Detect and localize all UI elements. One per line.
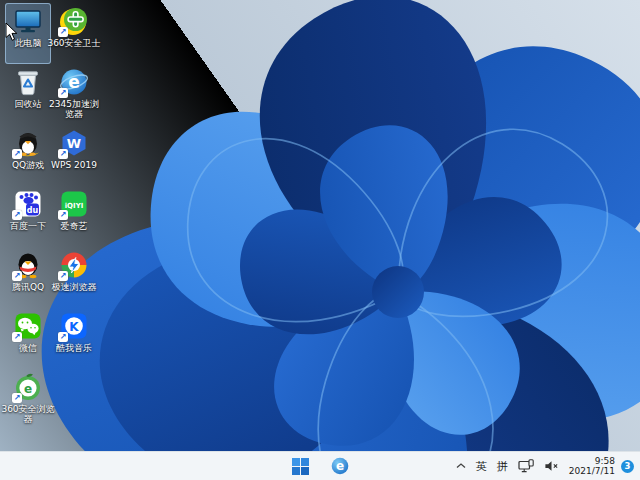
recycle-bin-icon [13,67,43,97]
2345-browser-icon: e ↗ [59,67,89,97]
desktop-icon-kuwo-music[interactable]: K ↗ 酷我音乐 [51,308,97,369]
qq-games-icon: ↗ [13,128,43,158]
tencent-qq-icon: ↗ [13,250,43,280]
speed-browser-icon: ↗ [59,250,89,280]
desktop-icon-360-browser[interactable]: e ↗ 360安全浏览器 [5,369,51,430]
system-tray: 英 拼 9:58 2021/7/11 3 [451,452,637,480]
tray-overflow-button[interactable] [451,452,471,480]
shortcut-arrow-icon: ↗ [58,332,68,342]
svg-text:K: K [69,320,79,334]
shortcut-arrow-icon: ↗ [12,332,22,342]
notification-badge[interactable]: 3 [621,460,634,473]
network-tray-button[interactable] [513,452,539,480]
shortcut-arrow-icon: ↗ [12,210,22,220]
icon-label: WPS 2019 [46,160,102,170]
svg-text:iQIYI: iQIYI [65,202,84,210]
ime-language-indicator-pinyin[interactable]: 拼 [492,452,513,480]
desktop-icon-tencent-qq[interactable]: ↗ 腾讯QQ [5,247,51,308]
svg-text:e: e [24,382,32,396]
taskbar-center-group: e [288,452,352,480]
volume-tray-button[interactable] [539,452,564,480]
edge-browser-icon: e [331,457,349,475]
chevron-up-icon [456,463,466,469]
icon-label: 2345加速浏览器 [46,99,102,119]
taskbar-clock[interactable]: 9:58 2021/7/11 [564,456,620,477]
shortcut-arrow-icon: ↗ [12,393,22,403]
shortcut-arrow-icon: ↗ [58,271,68,281]
shortcut-arrow-icon: ↗ [12,149,22,159]
svg-text:e: e [336,459,344,473]
ime-language-indicator-en[interactable]: 英 [471,452,492,480]
clock-date: 2021/7/11 [569,466,615,477]
desktop-icon-qq-games[interactable]: ↗ QQ游戏 [5,125,51,186]
360-safe-icon: ↗ [59,6,89,36]
icon-label: 360安全卫士 [46,38,102,48]
icon-label: 酷我音乐 [46,343,102,353]
taskbar: e 英 拼 [0,451,640,480]
shortcut-arrow-icon: ↗ [58,149,68,159]
shortcut-arrow-icon: ↗ [58,88,68,98]
start-button[interactable] [288,454,312,478]
svg-text:du: du [27,206,39,215]
icon-label: 爱奇艺 [46,221,102,231]
icon-label: 360安全浏览器 [0,404,56,424]
desktop-icon-grid: 此电脑 ↗ 360安全卫士 [5,3,97,430]
shortcut-arrow-icon: ↗ [58,210,68,220]
desktop-icon-wps[interactable]: W ↗ WPS 2019 [51,125,97,186]
desktop-icon-wechat[interactable]: ↗ 微信 [5,308,51,369]
360-browser-icon: e ↗ [13,372,43,402]
mouse-cursor-icon [5,22,19,42]
network-display-icon [518,459,534,473]
desktop-icon-recycle-bin[interactable]: 回收站 [5,64,51,125]
shortcut-arrow-icon: ↗ [12,271,22,281]
iqiyi-icon: iQIYI ↗ [59,189,89,219]
icon-label: 极速浏览器 [46,282,102,292]
volume-muted-icon [544,460,559,472]
windows-start-icon [292,458,309,475]
desktop-icon-iqiyi[interactable]: iQIYI ↗ 爱奇艺 [51,186,97,247]
desktop-icon-2345-browser[interactable]: e ↗ 2345加速浏览器 [51,64,97,125]
edge-browser-button[interactable]: e [328,454,352,478]
desktop-icon-speed-browser[interactable]: ↗ 极速浏览器 [51,247,97,308]
baidu-icon: du ↗ [13,189,43,219]
wechat-icon: ↗ [13,311,43,341]
desktop: 此电脑 ↗ 360安全卫士 [0,0,640,480]
desktop-icon-360-safe[interactable]: ↗ 360安全卫士 [51,3,97,64]
clock-time: 9:58 [569,456,615,467]
svg-text:W: W [67,136,81,151]
kuwo-music-icon: K ↗ [59,311,89,341]
desktop-icon-baidu[interactable]: du ↗ 百度一下 [5,186,51,247]
shortcut-arrow-icon: ↗ [58,27,68,37]
wps-icon: W ↗ [59,128,89,158]
svg-text:e: e [68,72,80,92]
